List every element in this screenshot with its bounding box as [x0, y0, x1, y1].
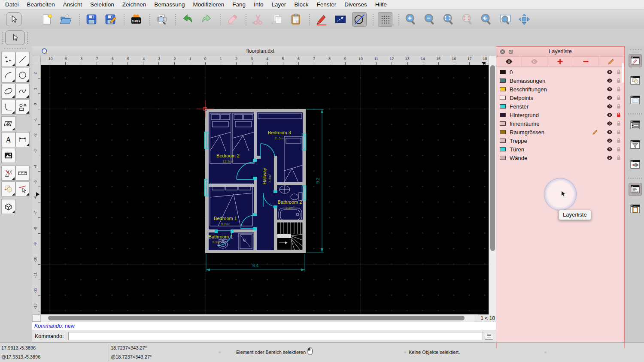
select-tool-button[interactable]	[5, 30, 25, 45]
layer-visibility-eye-icon[interactable]	[606, 94, 613, 101]
selection-filter-panel-button[interactable]	[629, 138, 642, 151]
clipboard-panel-button[interactable]	[629, 202, 642, 216]
layer-color-swatch[interactable]	[500, 121, 506, 126]
toolbar-handle[interactable]	[3, 48, 27, 49]
measure-tools-button[interactable]	[15, 166, 30, 181]
shape-tools-button[interactable]	[15, 100, 30, 115]
spline-tools-button[interactable]	[15, 84, 30, 99]
menu-datei[interactable]: Datei	[5, 1, 19, 8]
horizontal-scrollbar[interactable]	[41, 314, 478, 322]
layer-lock-icon[interactable]	[615, 103, 622, 110]
layer-color-swatch[interactable]	[500, 147, 506, 151]
misc-draw-tools-button[interactable]	[1, 166, 15, 181]
zoom-in-button[interactable]	[404, 12, 418, 27]
layer-row-Defpoints[interactable]: Defpoints	[496, 94, 624, 102]
library-browser-panel-button[interactable]	[629, 94, 642, 107]
zoom-out-button[interactable]	[422, 12, 437, 27]
dock-handle[interactable]	[629, 49, 641, 50]
layer-lock-icon[interactable]	[615, 120, 622, 127]
polyline-tools-button[interactable]	[1, 100, 15, 115]
vertical-scrollbar[interactable]	[489, 56, 496, 322]
selection-mode-button[interactable]	[333, 12, 348, 27]
layer-color-swatch[interactable]	[500, 113, 506, 117]
layer-visibility-eye-icon[interactable]	[606, 86, 613, 93]
layer-color-swatch[interactable]	[500, 70, 506, 74]
undo-button[interactable]	[180, 12, 195, 27]
command-options-button[interactable]	[485, 333, 493, 340]
svg-export-button[interactable]: SVG	[129, 12, 143, 27]
layer-visibility-eye-icon[interactable]	[606, 112, 613, 118]
layer-lock-icon[interactable]	[615, 86, 622, 93]
menu-fenster[interactable]: Fenster	[316, 1, 336, 8]
layer-lock-icon[interactable]	[615, 129, 622, 136]
layer-visibility-eye-icon[interactable]	[606, 137, 613, 144]
layer-row-Fenster[interactable]: Fenster	[496, 102, 624, 111]
layer-list-panel-button[interactable]	[629, 118, 642, 132]
layer-color-swatch[interactable]	[500, 130, 506, 134]
layer-row-Beschriftungen[interactable]: Beschriftungen	[496, 85, 624, 94]
layer-visibility-eye-icon[interactable]	[606, 129, 613, 136]
arc-tools-button[interactable]	[1, 68, 15, 83]
remove-layer-button[interactable]	[573, 57, 599, 67]
layer-color-swatch[interactable]	[500, 139, 506, 143]
layer-color-swatch[interactable]	[500, 96, 506, 100]
menu-layer[interactable]: Layer	[272, 1, 286, 8]
menu-bemassung[interactable]: Bemassung	[154, 1, 185, 8]
layer-visibility-eye-icon[interactable]	[606, 103, 613, 110]
layer-visibility-eye-icon[interactable]	[606, 146, 613, 153]
layer-lock-icon[interactable]	[615, 146, 622, 153]
layer-row-Innenräume[interactable]: Innenräume	[496, 119, 624, 128]
layer-row-Raumgrössen[interactable]: Raumgrössen	[496, 128, 624, 136]
snap-select-tools-button[interactable]	[15, 181, 30, 196]
layer-row-Türen[interactable]: Türen	[496, 145, 624, 154]
dimension-tools-button[interactable]	[15, 132, 30, 147]
command-line-panel-button[interactable]	[629, 183, 642, 196]
circle-tools-button[interactable]	[15, 68, 30, 83]
menu-modifizieren[interactable]: Modifizieren	[193, 1, 225, 8]
zoom-window-button[interactable]	[498, 12, 513, 27]
layer-row-Hintergrund[interactable]: Hintergrund	[496, 111, 624, 119]
menu-hilfe[interactable]: Hilfe	[375, 1, 387, 8]
toolbar-handle[interactable]	[27, 32, 28, 44]
layer-row-Treppe[interactable]: Treppe	[496, 136, 624, 145]
menu-ansicht[interactable]: Ansicht	[63, 1, 82, 8]
menu-fang[interactable]: Fang	[232, 1, 246, 8]
layer-list-scrollbar[interactable]	[622, 63, 624, 83]
save-as-button[interactable]	[103, 12, 118, 27]
layer-visibility-eye-icon[interactable]	[606, 69, 613, 75]
redo-button[interactable]	[199, 12, 214, 27]
layer-lock-icon[interactable]	[615, 77, 622, 84]
modify-tools-button[interactable]	[1, 181, 15, 196]
paste-button[interactable]	[289, 12, 303, 27]
selection-tool-button[interactable]	[6, 12, 21, 26]
save-button[interactable]	[84, 12, 99, 27]
restrict-angle-button[interactable]	[352, 12, 367, 27]
command-input[interactable]	[68, 332, 483, 340]
previous-view-button[interactable]	[479, 12, 494, 27]
grid-toggle-button[interactable]	[378, 12, 392, 27]
layer-lock-icon[interactable]	[615, 69, 622, 75]
text-tool-button[interactable]: A	[1, 132, 15, 147]
layer-lock-icon[interactable]	[615, 94, 622, 101]
layer-row-Bemassungen[interactable]: Bemassungen	[496, 76, 624, 85]
layer-color-swatch[interactable]	[500, 87, 506, 91]
draw-mode-button[interactable]	[314, 12, 329, 27]
open-file-button[interactable]	[58, 12, 73, 27]
layer-row-Wände[interactable]: Wände	[496, 154, 624, 162]
print-preview-button[interactable]	[155, 12, 169, 27]
menu-diverses[interactable]: Diverses	[344, 1, 367, 8]
hatch-tool-button[interactable]	[1, 116, 15, 131]
layer-color-swatch[interactable]	[500, 78, 506, 83]
auto-zoom-button[interactable]	[441, 12, 456, 27]
hide-all-layers-button[interactable]	[522, 57, 548, 67]
horizontal-scrollbar-thumb[interactable]	[48, 316, 465, 320]
point-tools-button[interactable]	[1, 52, 15, 67]
property-editor-panel-button[interactable]	[629, 54, 642, 67]
viewport-panel-button[interactable]	[629, 158, 642, 171]
layer-lock-icon[interactable]	[615, 137, 622, 144]
toolbar-handle[interactable]	[2, 32, 3, 44]
menu-bearbeiten[interactable]: Bearbeiten	[27, 1, 55, 8]
layer-row-0[interactable]: 0	[496, 68, 624, 76]
drawing-canvas[interactable]: Bedroom 2 12.3m² Bedroom 3 11.5m² Bedroo…	[41, 65, 489, 314]
add-layer-button[interactable]	[547, 57, 573, 67]
